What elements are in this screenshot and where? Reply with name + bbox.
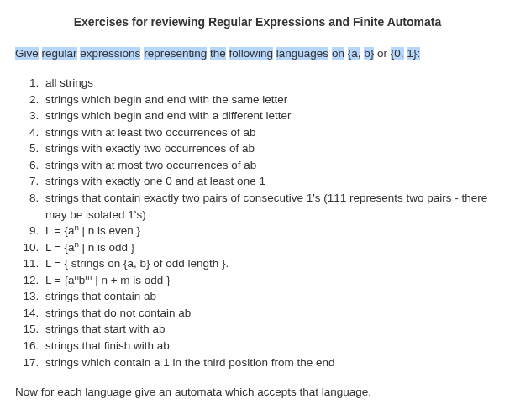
text: | n + m is odd }	[92, 274, 170, 286]
hl-word: {a,	[348, 47, 361, 60]
hl-word: the	[210, 47, 226, 60]
hl-word: 1}:	[407, 47, 420, 60]
list-item: strings which begin and end with the sam…	[42, 92, 500, 108]
list-item: strings with exactly two occurrences of …	[42, 140, 500, 157]
hl-word: representing	[144, 47, 207, 60]
list-item: L = {an | n is odd }	[42, 239, 500, 256]
list-item: strings with at most two occurrences of …	[42, 157, 500, 174]
closing-instruction: Now for each language give an automata w…	[15, 386, 500, 398]
hl-word: b}	[364, 47, 374, 60]
text: | n is even }	[79, 224, 140, 237]
list-item: strings that contain ab	[42, 288, 500, 305]
hl-word: languages	[276, 47, 328, 60]
text: L = {a	[45, 224, 74, 237]
list-item: L = { strings on {a, b} of odd length }.	[42, 255, 500, 272]
hl-word: Give	[15, 47, 39, 60]
text: L = {a	[45, 241, 74, 254]
page-title: Exercises for reviewing Regular Expressi…	[15, 15, 500, 29]
list-item: strings that do not contain ab	[42, 305, 500, 322]
list-item: L = {anbm | n + m is odd }	[42, 272, 500, 289]
hl-word: following	[229, 47, 274, 60]
list-item: strings that contain exactly two pairs o…	[42, 190, 500, 223]
list-item: strings that finish with ab	[42, 338, 500, 354]
list-item: strings with at least two occurrences of…	[42, 124, 500, 141]
hl-word: regular	[42, 47, 77, 60]
list-item: L = {an | n is even }	[42, 223, 500, 239]
exercise-document: Exercises for reviewing Regular Expressi…	[0, 0, 515, 413]
list-item: strings which contain a 1 in the third p…	[42, 354, 500, 371]
instruction-line: Give regular expressions representing th…	[15, 47, 500, 60]
list-item: strings with exactly one 0 and at least …	[42, 173, 500, 190]
list-item: strings that start with ab	[42, 321, 500, 338]
list-item: strings which begin and end with a diffe…	[42, 108, 500, 124]
text: | n is odd }	[79, 241, 135, 254]
hl-word: on	[332, 47, 344, 60]
hl-word: {0,	[391, 47, 404, 60]
hl-word: expressions	[80, 47, 140, 60]
text: L = {a	[45, 274, 74, 286]
word: or	[377, 47, 387, 60]
exercise-list: all strings strings which begin and end …	[15, 75, 500, 370]
list-item: all strings	[42, 75, 500, 92]
